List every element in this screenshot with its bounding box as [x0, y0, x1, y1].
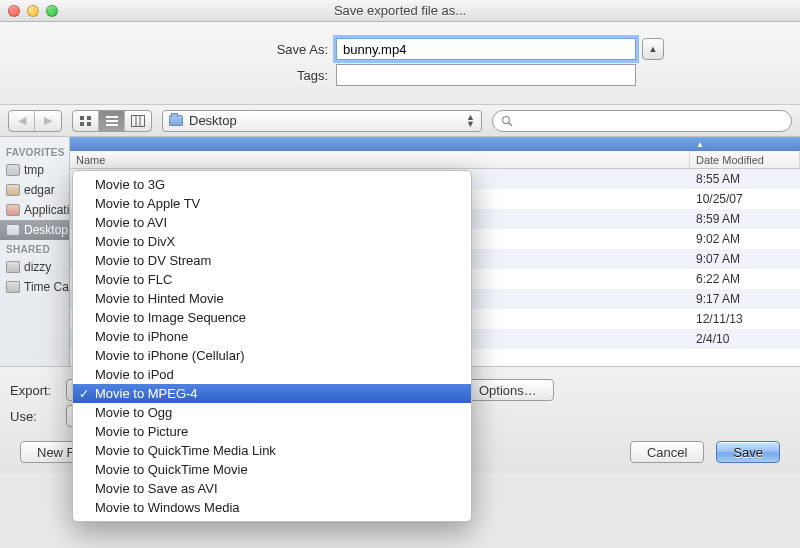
- cancel-button[interactable]: Cancel: [630, 441, 704, 463]
- column-name-label: Name: [76, 154, 105, 166]
- menu-item-label: Movie to MPEG-4: [95, 386, 198, 401]
- cell-date: 9:07 AM: [690, 252, 800, 266]
- sidebar-item[interactable]: edgar: [0, 180, 69, 200]
- window-controls: [8, 5, 58, 17]
- menu-item[interactable]: Movie to DV Stream: [73, 251, 471, 270]
- menu-item-label: Movie to QuickTime Media Link: [95, 443, 276, 458]
- minimize-icon[interactable]: [27, 5, 39, 17]
- menu-item-label: Movie to FLC: [95, 272, 172, 287]
- sidebar-item[interactable]: Time Capsule: [0, 277, 69, 297]
- svg-rect-6: [106, 124, 118, 126]
- svg-rect-1: [87, 116, 91, 120]
- cell-date: 9:17 AM: [690, 292, 800, 306]
- forward-button[interactable]: ▶: [35, 111, 61, 131]
- location-popup[interactable]: Desktop ▲▼: [162, 110, 482, 132]
- menu-item[interactable]: Movie to Picture: [73, 422, 471, 441]
- menu-item[interactable]: Movie to 3G: [73, 175, 471, 194]
- svg-rect-0: [80, 116, 84, 120]
- svg-rect-7: [132, 115, 145, 126]
- menu-item-label: Movie to 3G: [95, 177, 165, 192]
- cell-date: 2/4/10: [690, 332, 800, 346]
- sidebar-item-label: Time Capsule: [24, 280, 70, 294]
- updown-arrows-icon: ▲▼: [466, 114, 475, 128]
- menu-item-label: Movie to Hinted Movie: [95, 291, 224, 306]
- sidebar-item[interactable]: tmp: [0, 160, 69, 180]
- menu-item[interactable]: Movie to DivX: [73, 232, 471, 251]
- menu-item[interactable]: Movie to AVI: [73, 213, 471, 232]
- filename-input[interactable]: [336, 38, 636, 60]
- chevron-up-icon: ▲: [649, 44, 658, 54]
- check-icon: ✓: [79, 387, 89, 401]
- folder-icon: [6, 224, 20, 236]
- export-format-menu[interactable]: Movie to 3GMovie to Apple TVMovie to AVI…: [72, 170, 472, 522]
- search-input[interactable]: [517, 113, 783, 129]
- app-icon: [6, 204, 20, 216]
- close-icon[interactable]: [8, 5, 20, 17]
- list-view-button[interactable]: [99, 111, 125, 131]
- options-button[interactable]: Options…: [462, 379, 554, 401]
- menu-item[interactable]: Movie to iPhone: [73, 327, 471, 346]
- disk-icon: [6, 261, 20, 273]
- cell-date: 8:55 AM: [690, 172, 800, 186]
- menu-item-label: Movie to DivX: [95, 234, 175, 249]
- export-label: Export:: [10, 383, 60, 398]
- menu-item-label: Movie to Windows Media: [95, 500, 240, 515]
- menu-item[interactable]: Movie to QuickTime Media Link: [73, 441, 471, 460]
- column-view-button[interactable]: [125, 111, 151, 131]
- sidebar-item-label: Applications: [24, 203, 70, 217]
- view-segment: [72, 110, 152, 132]
- sort-indicator-icon: ▲: [690, 140, 800, 149]
- back-button[interactable]: ◀: [9, 111, 35, 131]
- chevron-right-icon: ▶: [44, 114, 52, 127]
- disk-icon: [6, 281, 20, 293]
- sidebar-item-label: Desktop: [24, 223, 68, 237]
- menu-item[interactable]: Movie to Ogg: [73, 403, 471, 422]
- save-form: Save As: ▲ Tags:: [0, 22, 800, 105]
- menu-item[interactable]: Movie to Windows Media: [73, 498, 471, 517]
- tags-label: Tags:: [136, 68, 336, 83]
- menu-item-label: Movie to DV Stream: [95, 253, 211, 268]
- menu-item[interactable]: Movie to Apple TV: [73, 194, 471, 213]
- save-as-label: Save As:: [136, 42, 336, 57]
- tags-input[interactable]: [336, 64, 636, 86]
- menu-item[interactable]: Movie to Save as AVI: [73, 479, 471, 498]
- save-button[interactable]: Save: [716, 441, 780, 463]
- window-title: Save exported file as...: [0, 3, 800, 18]
- menu-item[interactable]: Movie to QuickTime Movie: [73, 460, 471, 479]
- menu-item-label: Movie to Image Sequence: [95, 310, 246, 325]
- column-header-selected[interactable]: ▲: [70, 137, 800, 151]
- menu-item[interactable]: Movie to Image Sequence: [73, 308, 471, 327]
- expand-browser-button[interactable]: ▲: [642, 38, 664, 60]
- sidebar-item[interactable]: Applications: [0, 200, 69, 220]
- menu-item-label: Movie to iPod: [95, 367, 174, 382]
- column-name[interactable]: Name: [70, 151, 690, 168]
- sidebar-item[interactable]: dizzy: [0, 257, 69, 277]
- sidebar-item-label: dizzy: [24, 260, 51, 274]
- menu-item[interactable]: Movie to Hinted Movie: [73, 289, 471, 308]
- cell-date: 8:59 AM: [690, 212, 800, 226]
- home-icon: [6, 184, 20, 196]
- sidebar: FAVORITES tmpedgarApplicationsDesktop SH…: [0, 137, 70, 366]
- icon-view-button[interactable]: [73, 111, 99, 131]
- column-date[interactable]: Date Modified: [690, 151, 800, 168]
- menu-item-label: Movie to Apple TV: [95, 196, 200, 211]
- list-icon: [105, 115, 119, 127]
- svg-rect-5: [106, 120, 118, 122]
- menu-item-label: Movie to QuickTime Movie: [95, 462, 248, 477]
- column-date-label: Date Modified: [696, 154, 764, 166]
- svg-rect-3: [87, 122, 91, 126]
- search-field[interactable]: [492, 110, 792, 132]
- cell-date: 12/11/13: [690, 312, 800, 326]
- menu-item[interactable]: Movie to iPod: [73, 365, 471, 384]
- folder-icon: [169, 115, 183, 126]
- zoom-icon[interactable]: [46, 5, 58, 17]
- menu-item-label: Movie to Save as AVI: [95, 481, 218, 496]
- svg-rect-4: [106, 116, 118, 118]
- sidebar-item[interactable]: Desktop: [0, 220, 69, 240]
- sidebar-favorites-header: FAVORITES: [0, 143, 69, 160]
- cell-date: 6:22 AM: [690, 272, 800, 286]
- menu-item[interactable]: Movie to iPhone (Cellular): [73, 346, 471, 365]
- menu-item[interactable]: Movie to FLC: [73, 270, 471, 289]
- menu-item-label: Movie to Ogg: [95, 405, 172, 420]
- menu-item[interactable]: ✓Movie to MPEG-4: [73, 384, 471, 403]
